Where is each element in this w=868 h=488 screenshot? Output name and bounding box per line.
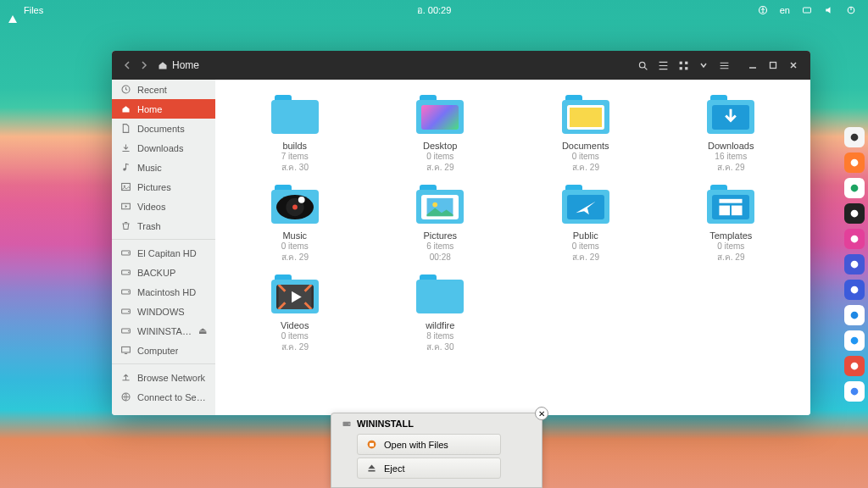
- sidebar-item-home[interactable]: Home: [112, 99, 215, 119]
- folder-meta: 0 items: [572, 241, 599, 252]
- clock-icon: [120, 84, 131, 95]
- folder-icon: [416, 185, 464, 224]
- dock-app-4[interactable]: [844, 229, 865, 249]
- back-button[interactable]: [119, 57, 136, 74]
- content-area[interactable]: builds7 itemsส.ค. 30Desktop0 itemsส.ค. 2…: [215, 80, 810, 415]
- dock-app-2[interactable]: [844, 178, 865, 198]
- forward-button[interactable]: [136, 57, 153, 74]
- folder-meta: 7 items: [281, 151, 309, 162]
- minimize-button[interactable]: [743, 56, 762, 75]
- svg-rect-7: [679, 61, 682, 64]
- svg-point-25: [128, 311, 130, 313]
- folder-meta: 0 items: [281, 241, 309, 252]
- hamburger-menu-button[interactable]: [715, 56, 733, 75]
- sidebar-item-downloads[interactable]: Downloads: [112, 138, 215, 158]
- accessibility-icon[interactable]: [758, 5, 768, 15]
- app-label[interactable]: Files: [24, 5, 43, 15]
- eject-label: Eject: [384, 463, 404, 474]
- folder-documents[interactable]: Documents0 itemsส.ค. 29: [523, 95, 648, 173]
- dock-app-5[interactable]: [844, 254, 865, 274]
- eject-button[interactable]: Eject: [357, 458, 501, 479]
- activities-icon[interactable]: [8, 5, 17, 15]
- folder-name: Templates: [709, 230, 752, 241]
- sidebar-item-label: Music: [137, 163, 162, 173]
- drive-icon: [342, 419, 352, 429]
- sidebar-item-connect-to-server[interactable]: Connect to Server: [112, 387, 215, 407]
- image-icon: [120, 181, 131, 192]
- svg-rect-8: [685, 61, 687, 64]
- keyboard-lang[interactable]: en: [780, 5, 790, 15]
- sidebar-item-label: Computer: [137, 346, 178, 356]
- svg-rect-35: [720, 199, 743, 203]
- sidebar-item-trash[interactable]: Trash: [112, 216, 215, 236]
- volume-icon[interactable]: [824, 5, 834, 15]
- folder-desktop[interactable]: Desktop0 itemsส.ค. 29: [378, 95, 504, 173]
- network-icon: [120, 372, 131, 383]
- folder-date: ส.ค. 29: [281, 252, 309, 263]
- folder-public[interactable]: Public0 itemsส.ค. 29: [523, 185, 648, 263]
- sidebar-item-music[interactable]: Music: [112, 158, 215, 177]
- sidebar-item-windows[interactable]: WINDOWS: [112, 302, 215, 321]
- download-icon: [120, 142, 131, 153]
- sidebar-item-backup[interactable]: BACKUP: [112, 263, 215, 282]
- sidebar-item-documents[interactable]: Documents: [112, 119, 215, 138]
- sidebar-item-label: Macintosh HD: [137, 287, 196, 297]
- folder-meta: 0 items: [281, 330, 309, 341]
- folder-icon: [271, 95, 319, 134]
- view-dropdown-button[interactable]: [694, 56, 713, 75]
- clock[interactable]: อ. 00:29: [417, 3, 452, 18]
- open-with-files-button[interactable]: Open with Files: [357, 434, 501, 455]
- network-icon[interactable]: [802, 5, 812, 15]
- dock: [844, 127, 865, 402]
- folder-downloads[interactable]: Downloads16 itemsส.ค. 29: [669, 95, 794, 173]
- dock-app-8[interactable]: [844, 330, 865, 351]
- folder-name: Music: [282, 230, 307, 241]
- sidebar-item-pictures[interactable]: Pictures: [112, 177, 215, 197]
- dock-app-0[interactable]: [844, 127, 865, 147]
- sidebar-item-el-capitan-hd[interactable]: El Capitan HD: [112, 243, 215, 263]
- popup-close-button[interactable]: ✕: [535, 407, 548, 420]
- power-icon[interactable]: [846, 5, 856, 15]
- sidebar-item-browse-network[interactable]: Browse Network: [112, 368, 215, 387]
- sidebar-item-videos[interactable]: Videos: [112, 197, 215, 216]
- mount-popup: ✕ WININSTALL Open with Files Eject: [331, 413, 542, 488]
- computer-icon: [120, 345, 131, 356]
- dock-app-3[interactable]: [844, 203, 865, 224]
- sidebar-item-recent[interactable]: Recent: [112, 80, 215, 99]
- folder-date: ส.ค. 29: [572, 252, 599, 263]
- folder-videos[interactable]: Videos0 itemsส.ค. 29: [232, 274, 358, 352]
- folder-date: ส.ค. 29: [717, 162, 744, 173]
- folder-icon: [707, 185, 754, 224]
- view-grid-button[interactable]: [674, 56, 693, 75]
- dock-app-1[interactable]: [844, 152, 865, 173]
- svg-point-32: [298, 197, 305, 203]
- folder-pictures[interactable]: Pictures6 items00:28: [378, 185, 504, 263]
- sidebar-item-macintosh-hd[interactable]: Macintosh HD: [112, 282, 215, 302]
- dock-app-6[interactable]: [844, 280, 865, 300]
- sidebar-item-label: El Capitan HD: [137, 248, 197, 258]
- dock-app-9[interactable]: [844, 356, 865, 376]
- folder-music[interactable]: Music0 itemsส.ค. 29: [232, 185, 358, 263]
- dock-app-7[interactable]: [844, 305, 865, 325]
- breadcrumb[interactable]: Home: [158, 59, 199, 71]
- folder-templates[interactable]: Templates0 itemsส.ค. 29: [669, 185, 794, 263]
- svg-point-21: [128, 272, 130, 274]
- dock-app-10[interactable]: [844, 381, 865, 402]
- maximize-button[interactable]: [764, 56, 782, 75]
- search-button[interactable]: [633, 56, 652, 75]
- folder-builds[interactable]: builds7 itemsส.ค. 30: [232, 95, 358, 173]
- folder-date: ส.ค. 29: [717, 252, 744, 263]
- svg-point-5: [639, 62, 645, 68]
- drive-icon: [120, 306, 131, 317]
- sidebar-item-computer[interactable]: Computer: [112, 341, 215, 360]
- home-icon: [158, 60, 168, 70]
- view-list-button[interactable]: [654, 56, 672, 75]
- eject-icon[interactable]: ⏏: [198, 325, 207, 336]
- sidebar-item-wininstall[interactable]: WININSTALL⏏: [112, 321, 215, 341]
- close-button[interactable]: [784, 56, 803, 75]
- folder-wildfire[interactable]: wildfire8 itemsส.ค. 30: [378, 274, 504, 352]
- folder-icon: [416, 95, 464, 134]
- folder-name: Videos: [281, 320, 309, 330]
- svg-point-42: [851, 236, 859, 243]
- folder-icon: [562, 185, 609, 224]
